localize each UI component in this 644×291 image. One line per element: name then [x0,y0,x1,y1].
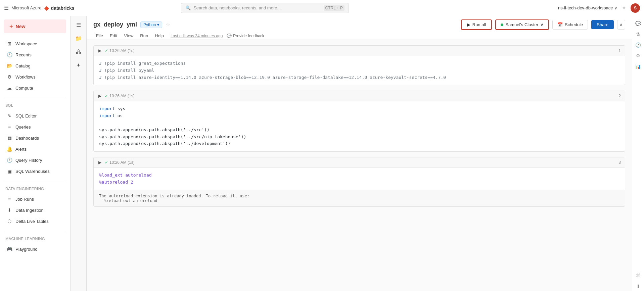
delta-live-icon: ⬡ [7,219,12,224]
code-line: import [99,106,118,111]
new-button[interactable]: + New [4,19,66,33]
cell-3: ▶ ✓ 10:26 AM (1s) 3 %load_ext autoreload… [93,157,625,207]
playground-icon: 🎮 [7,246,12,252]
menu-edit[interactable]: Edit [107,32,120,40]
cell-1: ▶ ✓ 10:26 AM (1s) 1 # !pip install great… [93,45,625,85]
code-line: %load_ext autoreload [99,173,152,178]
workspace-name[interactable]: ns-ii-tech-dev-db-workspace ∨ [558,5,617,10]
sidebar-item-label: Data Ingestion [15,208,44,213]
search-icon: 🔍 [185,5,191,10]
chart-icon[interactable]: 📊 [634,62,643,71]
sidebar-item-workspace[interactable]: ⊞ Workspace [1,38,69,49]
schedule-button[interactable]: 📅 Schedule [552,20,588,30]
code-line: os [118,113,123,118]
sidebar-item-label: Query History [15,158,42,163]
feedback-icon: 💬 [227,34,232,38]
icon-sidebar-menu[interactable]: ☰ [73,19,85,31]
sidebar-item-label: Alerts [15,147,27,152]
sidebar-item-label: Compute [15,86,33,91]
topbar-left: ☰ Microsoft Azure ◆ databricks [4,4,75,12]
cell-1-number: 1 [618,48,621,53]
sidebar-item-sql-warehouses[interactable]: ▣ SQL Warehouses [1,166,69,177]
sidebar-item-data-ingestion[interactable]: ⬇ Data Ingestion [1,205,69,215]
menu-view[interactable]: View [121,32,136,40]
menu-help[interactable]: Help [152,32,167,40]
menu-run[interactable]: Run [137,32,151,40]
sidebar-item-label: Playground [15,247,38,252]
sidebar-item-compute[interactable]: ☁ Compute [1,83,69,93]
sidebar-item-playground[interactable]: 🎮 Playground [1,244,69,254]
main-layout: + New ⊞ Workspace 🕐 Recents 📂 Catalog ⚙ … [0,16,644,291]
settings-icon[interactable]: ⚙ [634,51,643,60]
sidebar-item-job-runs[interactable]: ≡ Job Runs [1,194,69,204]
cell-2-body[interactable]: import sys import os sys.path.append(os.… [94,101,625,151]
icon-sidebar-ai[interactable]: ✦ [73,59,85,71]
sidebar-item-query-history[interactable]: 🕐 Query History [1,155,69,165]
search-placeholder: Search data, notebooks, recents, and mor… [193,5,321,10]
cell-2-run-button[interactable]: ▶ [98,93,102,99]
experiment-icon[interactable]: ⚗ [634,30,643,39]
collapse-down-icon[interactable]: ⬇ [634,282,643,291]
cell-3-number: 3 [618,160,621,165]
cluster-chevron: ∨ [540,22,544,27]
sql-section-title: SQL [0,101,70,109]
star-icon[interactable]: ☆ [166,21,170,28]
icon-sidebar-cluster[interactable] [73,46,85,58]
cell-3-body[interactable]: %load_ext autoreload %autoreload 2 [94,168,625,190]
history-icon[interactable]: 🕐 [634,40,643,50]
language-selector[interactable]: Python ▾ [140,21,162,28]
cell-2-number: 2 [618,94,621,98]
hamburger-icon[interactable]: ☰ [4,5,9,11]
spark-icon[interactable]: ✦ [622,4,627,12]
language-label: Python [143,22,156,27]
code-line: sys.path.append(os.path.abspath('../src/… [99,134,246,139]
recents-icon: 🕐 [7,52,12,57]
run-all-button[interactable]: ▶ Run all [461,19,492,30]
notebook-area: gx_deploy_yml Python ▾ ☆ ▶ Run all Samue… [87,16,632,291]
queries-icon: ≡ [7,124,12,130]
cell-3-run-button[interactable]: ▶ [98,159,102,165]
cell-1-run-button[interactable]: ▶ [98,48,102,54]
avatar[interactable]: S [631,3,640,13]
sidebar-item-alerts[interactable]: 🔔 Alerts [1,144,69,154]
sidebar-item-label: Recents [15,52,32,57]
cell-2-status: ✓ 10:26 AM (1s) [105,94,135,98]
share-button[interactable]: Share [591,20,614,29]
code-line: sys.path.append(os.path.abspath('../src'… [99,127,210,132]
feedback-button[interactable]: 💬 Provide feedback [227,34,264,38]
sidebar-item-sql-editor[interactable]: ✎ SQL Editor [1,110,69,121]
sidebar-item-workflows[interactable]: ⚙ Workflows [1,71,69,82]
sidebar-item-delta-live[interactable]: ⬡ Delta Live Tables [1,216,69,227]
language-chevron: ▾ [157,22,159,27]
search-bar[interactable]: 🔍 Search data, notebooks, recents, and m… [181,3,349,13]
workflows-icon: ⚙ [7,74,12,80]
svg-line-4 [79,51,80,52]
sql-nav: ✎ SQL Editor ≡ Queries ▦ Dashboards 🔔 Al… [0,109,70,178]
data-eng-nav: ≡ Job Runs ⬇ Data Ingestion ⬡ Delta Live… [0,192,70,228]
cell-1-body[interactable]: # !pip install great_expectations # !pip… [94,56,625,85]
data-eng-section-title: Data Engineering [0,184,70,192]
alerts-icon: 🔔 [7,146,12,152]
cluster-button[interactable]: Samuel's Cluster ∨ [495,19,549,30]
cell-2-time: 10:26 AM (1s) [109,94,135,98]
svg-point-0 [78,50,79,51]
icon-sidebar-folder[interactable]: 📁 [73,32,85,44]
query-history-icon: 🕐 [7,157,12,163]
keyboard-icon[interactable]: ⌘ [634,271,643,280]
schedule-icon: 📅 [557,22,563,27]
ml-nav: 🎮 Playground [0,242,70,256]
sidebar-item-label: SQL Warehouses [15,169,50,174]
comments-icon[interactable]: 💬 [634,19,643,28]
code-line: sys.path.append(os.path.abspath('../deve… [99,141,230,146]
sidebar-item-queries[interactable]: ≡ Queries [1,122,69,132]
sidebar-item-catalog[interactable]: 📂 Catalog [1,60,69,71]
sidebar-item-dashboards[interactable]: ▦ Dashboards [1,133,69,143]
collapse-button[interactable]: ∧ [617,20,625,30]
topbar: ☰ Microsoft Azure ◆ databricks 🔍 Search … [0,0,644,16]
compute-icon: ☁ [7,85,12,91]
sql-editor-icon: ✎ [7,113,12,118]
run-all-label: Run all [472,22,486,27]
last-edit[interactable]: Last edit was 34 minutes ago [171,34,223,38]
sidebar-item-recents[interactable]: 🕐 Recents [1,49,69,60]
menu-file[interactable]: File [93,32,106,40]
